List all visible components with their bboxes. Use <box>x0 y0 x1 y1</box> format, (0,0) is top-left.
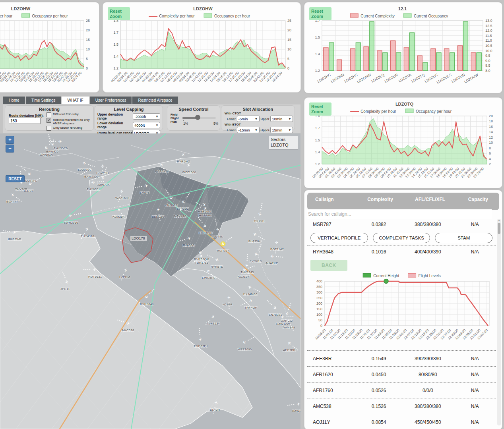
aircraft-label: OAW91A <box>40 153 53 157</box>
aircraft-label: EXJR1JC <box>199 231 213 235</box>
capacity-cell: N/A <box>454 249 496 255</box>
slot-allocation-group: Slot Allocation With CTOTLower-5min▼Uppe… <box>221 105 295 131</box>
map-canvas[interactable]: LDO178✈THY35CN✈BAW925✈OAW91A✈EJU07UL✈GSW… <box>0 133 300 429</box>
speed-slider[interactable] <box>182 114 217 121</box>
svg-text:LDZOHS: LDZOHS <box>344 73 359 83</box>
table-row-AFR1760[interactable]: AFR17600.05260/0/0N/A <box>307 383 496 398</box>
svg-text:LDZOLW: LDZOLW <box>384 73 399 83</box>
afl-cfl-xfl-cell: 390/390/390 <box>401 356 454 361</box>
table-row-AOJ1LY[interactable]: AOJ1LY0.0854450/450/450N/A <box>307 414 496 429</box>
header-complexity: Complexity <box>357 197 403 210</box>
aircraft-label: AOJ79L <box>211 235 223 238</box>
aircraft-label: BAW255 <box>292 409 300 413</box>
complexity-cell: 0.0854 <box>356 419 401 425</box>
map-reset-button[interactable]: RESET <box>6 175 25 182</box>
sector-indicator-caption: Sectors <box>271 137 296 143</box>
plane-icon: ✈ <box>274 240 279 245</box>
complexity-tasks-button[interactable]: COMPLEXITY TASKS <box>373 233 430 243</box>
aircraft-label: GSW191 <box>96 171 109 175</box>
speed-control-group: Speed Control Field Flight Plan 1% 5% <box>167 105 220 131</box>
svg-text:8: 8 <box>489 146 491 150</box>
back-button[interactable]: BACK <box>310 260 347 271</box>
svg-text:14: 14 <box>489 130 493 134</box>
checkbox-different-fix-entry[interactable] <box>47 112 51 117</box>
table-row-AEE3BR[interactable]: AEE3BR0.1549390/390/390N/A <box>307 351 496 367</box>
aircraft-label: TVF3534 <box>207 322 220 325</box>
plane-icon: ✈ <box>270 254 274 259</box>
chart-hw-partial: LDZOHWComplexity per hourOccupancy per h… <box>0 5 96 91</box>
table-row-AFR1620[interactable]: AFR16200.045080/80/80N/A <box>307 367 496 383</box>
complexity-cell: 0.1016 <box>356 249 401 255</box>
tab-restricted-airspace[interactable]: Restricted Airspace <box>132 97 178 104</box>
select-upper-with-ctot[interactable]: 10min▼ <box>270 116 293 122</box>
svg-text:1.2: 1.2 <box>113 66 118 70</box>
svg-text:12.5: 12.5 <box>485 24 492 28</box>
callsign-search-input[interactable] <box>307 209 492 219</box>
tab-home[interactable]: Home <box>3 97 25 104</box>
svg-text:12.1: 12.1 <box>398 6 407 11</box>
aircraft-label: THY6351 <box>87 187 100 191</box>
plane-icon: ✈ <box>297 401 300 406</box>
capacity-cell: N/A <box>454 419 496 425</box>
select-lower-deviation-range[interactable]: 4000ft▼ <box>133 122 160 128</box>
svg-text:LDZOHW: LDZOHW <box>193 6 213 11</box>
complexity-cell: 0.0526 <box>356 388 401 393</box>
airspace-map[interactable]: LDO178✈THY35CN✈BAW925✈OAW91A✈EJU07UL✈GSW… <box>0 133 300 429</box>
aircraft-label: EN78021 <box>269 313 282 317</box>
row-action-buttons: VERTICAL PROFILECOMPLEXITY TASKSSTAM <box>307 231 496 245</box>
plane-icon: ✈ <box>58 139 62 144</box>
svg-text:10: 10 <box>287 47 291 51</box>
panel-chart-hw-partial: LDZOHWComplexity per hourOccupancy per h… <box>0 2 99 93</box>
svg-text:25: 25 <box>287 19 291 23</box>
aircraft-label: TDR1711 <box>195 261 208 265</box>
chevron-down-icon: ▼ <box>155 124 159 127</box>
checkbox-only-sector-rerouting[interactable] <box>47 126 51 131</box>
svg-text:Complexity per hour: Complexity per hour <box>361 109 396 114</box>
select-lower-with-ctot[interactable]: -5min▼ <box>237 116 260 122</box>
svg-text:LDZOUW: LDZOUW <box>463 73 479 84</box>
table-row-AMC538[interactable]: AMC5380.1526380/380/380N/A <box>307 398 496 414</box>
rerouting-checkboxes: Different FIX entry✓Restrict movement to… <box>47 112 91 131</box>
aircraft-label: KLM35F <box>112 215 124 218</box>
chart-ldzohw: LDZOHWComplexity per hourOccupancy per h… <box>106 5 297 91</box>
vertical-profile-button[interactable]: VERTICAL PROFILE <box>310 233 368 243</box>
svg-text:11.0: 11.0 <box>485 39 492 43</box>
route-deviation-input[interactable] <box>9 118 41 124</box>
map-zoom-in-button[interactable]: + <box>6 136 14 144</box>
chevron-down-icon: ▼ <box>255 117 258 121</box>
level-capping-label: Lower deviation range <box>97 121 133 129</box>
tab-time-settings[interactable]: Time Settings <box>26 97 61 104</box>
stam-button[interactable]: STAM <box>435 233 492 243</box>
table-header: Callsign Complexity AFL/CFL/XFL Capacity <box>307 193 499 210</box>
select-upper-deviation-range[interactable]: -2000ft▼ <box>133 113 160 120</box>
speed-slider-thumb[interactable] <box>195 115 200 120</box>
aircraft-label: JSH801 <box>254 219 265 223</box>
checkbox-restrict-movement-to[interactable]: ✓ <box>47 118 51 123</box>
scrollbar-up-arrow[interactable]: ▲ <box>497 219 501 222</box>
aircraft-label: U3737 <box>24 189 33 193</box>
capacity-cell: N/A <box>454 404 496 409</box>
table-scrollbar[interactable]: ▲ <box>497 219 501 425</box>
select-upper-with-etot[interactable]: 15min▼ <box>270 127 293 133</box>
svg-text:12: 12 <box>489 135 493 139</box>
controls-panel: Rerouting Route deviation (NM): Differen… <box>3 104 300 133</box>
aircraft-label: OAW73K <box>97 183 110 187</box>
tab-what-if[interactable]: WHAT IF <box>62 97 89 104</box>
svg-text:Current Occupancy: Current Occupancy <box>414 14 448 18</box>
reset-zoom-button[interactable]: Reset Zoom <box>309 102 331 116</box>
lower-label: Lower <box>227 128 236 132</box>
aircraft-label: BAW2556 <box>84 175 99 178</box>
tab-user-preferences[interactable]: User Preferences <box>90 97 132 104</box>
table-row-RYR3648[interactable]: RYR36480.1016400/400/390N/A <box>307 245 496 258</box>
svg-text:LDZOULS: LDZOULS <box>436 73 452 84</box>
reset-zoom-button[interactable]: Reset Zoom <box>309 7 331 20</box>
scrollbar-thumb[interactable] <box>498 223 500 234</box>
upper-label: Upper <box>261 117 269 121</box>
map-zoom-out-button[interactable]: − <box>6 145 14 153</box>
svg-text:Complexity per hour: Complexity per hour <box>159 14 195 18</box>
table-row-MSR787[interactable]: MSR7870.0382380/380/380N/A <box>307 218 496 231</box>
svg-text:Occupancy per hour: Occupancy per hour <box>214 14 250 18</box>
reset-zoom-button[interactable]: Reset Zoom <box>108 7 130 20</box>
svg-text:LDZOUN: LDZOUN <box>451 73 465 83</box>
select-lower-with-etot[interactable]: -15min▼ <box>237 127 260 133</box>
